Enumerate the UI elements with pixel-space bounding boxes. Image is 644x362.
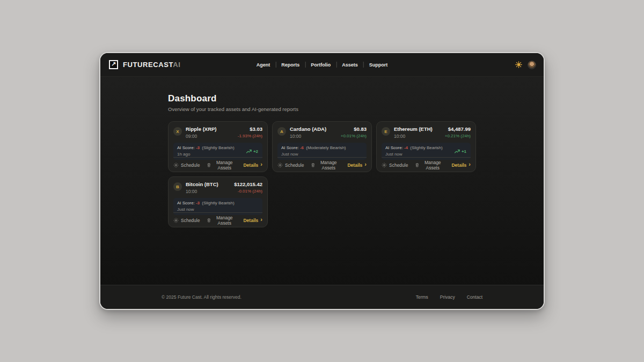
asset-change: -0.01% (24h) [234,189,262,194]
brand-name-primary: FUTURECAST [123,61,173,69]
ai-sentiment: (Slightly Bearish) [410,145,442,150]
manage-assets-label: Manage Assets [421,160,444,171]
manage-assets-label: Manage Assets [317,160,340,171]
asset-card-xrp: X Ripple (XRP) 09:00 $3.03 -1.93% (24h) … [168,121,268,172]
ai-sentiment: (Moderately Bearish) [306,145,346,150]
asset-name: Ripple (XRP) [186,126,217,132]
asset-price: $4,487.99 [445,126,471,132]
asset-coin-badge: E [382,127,390,136]
manage-assets-label: Manage Assets [213,215,236,226]
schedule-button[interactable]: Schedule [173,218,200,223]
asset-time: 09:00 [186,134,217,139]
trend-value: +1 [462,149,466,154]
details-label: Details [347,162,362,168]
details-label: Details [243,218,258,223]
ai-score-age: Just now [177,207,259,212]
asset-card-btc: B Bitcoin (BTC) 10:00 $122,015.42 -0.01%… [168,176,268,227]
footer-link-contact[interactable]: Contact [467,294,482,300]
sun-icon [515,61,522,68]
asset-card-eth: E Ethereum (ETH) 10:00 $4,487.99 +0.21% … [376,121,476,172]
trend-value: +2 [253,149,258,154]
ai-sentiment: (Slightly Bearish) [202,201,234,205]
page-title: Dashboard [168,93,476,104]
footer-link-privacy[interactable]: Privacy [440,294,455,300]
brand-name-secondary: AI [173,61,180,69]
asset-time: 10:00 [290,134,326,139]
details-label: Details [243,162,258,168]
nav-item-reports[interactable]: Reports [276,60,305,70]
asset-price: $3.03 [238,126,262,132]
theme-toggle-button[interactable] [515,61,522,68]
asset-change: +0.01% (24h) [341,134,367,138]
details-button[interactable]: Details › [451,162,471,168]
asset-card-grid: X Ripple (XRP) 09:00 $3.03 -1.93% (24h) … [168,121,476,227]
main-nav: Agent Reports Portfolio Assets Support [251,60,393,70]
app-window: ↗ FUTURECASTAI Agent Reports Portfolio A… [99,52,545,310]
details-button[interactable]: Details › [243,162,262,168]
user-avatar[interactable] [528,61,536,69]
gear-icon [382,162,387,168]
ai-score-value: -3 [196,201,200,205]
arrow-up-right-icon: ↗ [111,61,116,67]
trash-icon [415,162,419,168]
asset-time: 10:00 [394,134,433,139]
trash-icon [207,218,211,223]
header-actions [515,61,536,69]
nav-item-assets[interactable]: Assets [336,60,363,70]
ai-score-label: AI Score: [177,201,195,205]
trending-up-icon [246,149,252,153]
details-button[interactable]: Details › [243,217,262,223]
asset-card-ada: A Cardano (ADA) 10:00 $0.83 +0.01% (24h)… [272,121,372,172]
nav-item-agent[interactable]: Agent [251,60,276,70]
schedule-button[interactable]: Schedule [382,162,408,168]
gear-icon [173,162,179,168]
chevron-right-icon: › [469,161,471,167]
trash-icon [311,162,315,168]
asset-coin-badge: B [173,182,182,191]
nav-item-support[interactable]: Support [364,60,393,70]
asset-change: -1.93% (24h) [238,134,262,138]
chevron-right-icon: › [260,217,262,223]
footer-links: Terms Privacy Contact [416,294,482,300]
asset-price: $122,015.42 [234,181,262,187]
asset-price: $0.83 [341,126,367,132]
brand-logo[interactable]: ↗ FUTURECASTAI [109,60,180,69]
ai-score-value: -6 [300,145,304,150]
details-button[interactable]: Details › [347,162,367,168]
top-navigation-bar: ↗ FUTURECASTAI Agent Reports Portfolio A… [100,53,544,77]
nav-item-portfolio[interactable]: Portfolio [305,60,336,70]
gear-icon [173,218,179,223]
manage-assets-button[interactable]: Manage Assets [207,160,236,171]
trash-icon [207,162,211,168]
manage-assets-label: Manage Assets [213,160,236,171]
gear-icon [277,162,283,168]
schedule-button[interactable]: Schedule [173,162,200,168]
manage-assets-button[interactable]: Manage Assets [311,160,340,171]
ai-score-value: -4 [404,145,408,150]
schedule-label: Schedule [181,218,200,223]
footer-link-terms[interactable]: Terms [416,294,428,300]
ai-score-age: Just now [281,152,363,157]
details-label: Details [451,162,466,168]
asset-name: Cardano (ADA) [290,126,326,132]
schedule-label: Schedule [285,162,304,168]
asset-name: Ethereum (ETH) [394,126,433,132]
manage-assets-button[interactable]: Manage Assets [415,160,444,171]
schedule-label: Schedule [181,162,200,168]
trend-badge: +2 [246,149,258,154]
page-subtitle: Overview of your tracked assets and AI-g… [168,106,476,112]
chevron-right-icon: › [260,161,262,167]
chevron-right-icon: › [364,161,367,167]
schedule-label: Schedule [389,162,408,168]
trend-badge: +1 [455,149,466,154]
main-content: Dashboard Overview of your tracked asset… [100,77,544,285]
ai-score-label: AI Score: [177,145,195,150]
ai-score-value: -3 [196,145,200,150]
ai-sentiment: (Slightly Bearish) [202,145,234,150]
brand-name: FUTURECASTAI [123,61,180,69]
asset-change: +0.21% (24h) [445,134,471,138]
asset-coin-badge: A [277,127,286,136]
brand-logo-icon: ↗ [109,60,118,69]
schedule-button[interactable]: Schedule [277,162,304,168]
manage-assets-button[interactable]: Manage Assets [207,215,236,226]
